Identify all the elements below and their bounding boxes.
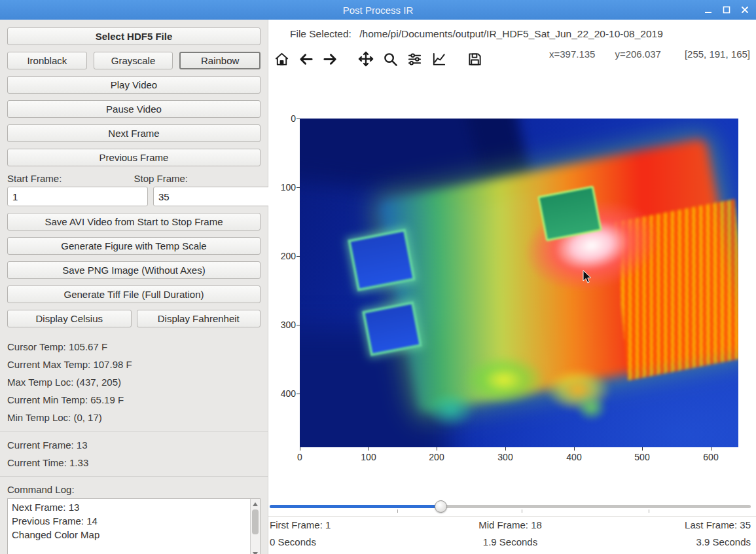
y-tick-label: 0 bbox=[270, 113, 296, 124]
x-tick-label: 200 bbox=[422, 452, 451, 462]
next-frame-button[interactable]: Next Frame bbox=[7, 124, 261, 142]
slider-handle[interactable] bbox=[435, 500, 447, 513]
thermal-green-spot bbox=[576, 395, 607, 421]
thermal-teal-spot bbox=[427, 392, 475, 428]
minimize-icon[interactable] bbox=[702, 4, 714, 16]
pixel-rgb-value: [255, 191, 165] bbox=[685, 48, 750, 60]
frame-labels-row: First Frame: 1 Mid Frame: 18 Last Frame:… bbox=[268, 516, 756, 534]
colormap-ironblack-button[interactable]: Ironblack bbox=[7, 52, 87, 69]
sidebar: Select HDF5 File Ironblack Grayscale Rai… bbox=[0, 20, 268, 554]
colormap-rainbow-button[interactable]: Rainbow bbox=[179, 52, 261, 69]
cursor-x-value: x=397.135 bbox=[549, 48, 595, 60]
log-line: Changed Color Map bbox=[12, 528, 247, 542]
configure-subplots-icon[interactable] bbox=[406, 50, 423, 67]
zoom-icon[interactable] bbox=[382, 50, 399, 67]
command-log-box[interactable]: Next Frame: 13 Previous Frame: 14 Change… bbox=[7, 498, 261, 554]
frame-labels-row: Start Frame: Stop Frame: bbox=[7, 173, 261, 184]
maximize-icon[interactable] bbox=[721, 4, 732, 16]
y-tick-mark bbox=[297, 394, 300, 394]
y-tick-mark bbox=[297, 256, 300, 257]
start-frame-label: Start Frame: bbox=[7, 173, 134, 184]
file-selected-row: File Selected: /home/pi/Documents/output… bbox=[290, 28, 663, 40]
display-celsius-button[interactable]: Display Celsius bbox=[7, 310, 132, 327]
y-tick-label: 300 bbox=[270, 320, 296, 330]
y-tick-label: 400 bbox=[270, 388, 296, 399]
cursor-coordinates: x=397.135 y=206.037 [255, 191, 165] bbox=[549, 48, 750, 60]
log-scrollbar[interactable] bbox=[250, 499, 260, 554]
units-button-row: Display Celsius Display Fahrenheit bbox=[7, 310, 261, 334]
last-frame-label: Last Frame: 35 bbox=[590, 517, 756, 534]
y-tick-mark bbox=[297, 187, 300, 188]
slider-fill bbox=[270, 505, 441, 508]
scroll-up-icon[interactable] bbox=[253, 502, 258, 506]
pause-video-button[interactable]: Pause Video bbox=[7, 100, 261, 118]
frame-slider[interactable] bbox=[270, 500, 751, 513]
save-png-button[interactable]: Save PNG Image (Without Axes) bbox=[7, 261, 261, 279]
display-fahrenheit-button[interactable]: Display Fahrenheit bbox=[137, 310, 261, 327]
thermal-image-canvas[interactable] bbox=[300, 119, 738, 447]
colormap-grayscale-button[interactable]: Grayscale bbox=[94, 52, 173, 69]
slider-mark bbox=[522, 509, 522, 513]
file-path: /home/pi/Documents/output/IR_HDF5_Sat_Ju… bbox=[359, 28, 663, 39]
window-title: Post Process IR bbox=[343, 5, 414, 16]
mid-frame-label: Mid Frame: 18 bbox=[430, 517, 590, 534]
window-controls bbox=[702, 0, 751, 20]
x-tick-mark bbox=[369, 447, 369, 451]
generate-figure-button[interactable]: Generate Figure with Temp Scale bbox=[7, 237, 261, 255]
home-icon[interactable] bbox=[273, 50, 290, 67]
back-icon[interactable] bbox=[297, 50, 314, 67]
x-tick-mark bbox=[437, 447, 437, 451]
play-video-button[interactable]: Play Video bbox=[7, 76, 261, 94]
close-icon[interactable] bbox=[739, 4, 751, 16]
x-tick-label: 400 bbox=[560, 452, 588, 462]
separator bbox=[0, 476, 268, 477]
separator bbox=[0, 431, 268, 432]
x-tick-label: 100 bbox=[354, 452, 383, 462]
cursor-y-value: y=206.037 bbox=[615, 48, 660, 60]
current-min-temp-readout: Current Min Temp: 65.19 F bbox=[7, 391, 261, 409]
min-temp-loc-readout: Min Temp Loc: (0, 17) bbox=[7, 409, 261, 426]
stop-frame-label: Stop Frame: bbox=[134, 173, 261, 184]
current-max-temp-readout: Current Max Temp: 107.98 F bbox=[7, 356, 261, 373]
main-area: File Selected: /home/pi/Documents/output… bbox=[268, 20, 756, 554]
y-tick-label: 100 bbox=[270, 182, 296, 193]
cursor-temp-readout: Cursor Temp: 105.67 F bbox=[7, 338, 261, 356]
y-tick-mark bbox=[297, 325, 300, 325]
x-tick-mark bbox=[574, 447, 575, 451]
y-tick-mark bbox=[297, 119, 300, 119]
log-line: Next Frame: 13 bbox=[12, 500, 247, 514]
x-tick-label: 300 bbox=[491, 452, 520, 462]
colormap-button-row: Ironblack Grayscale Rainbow bbox=[7, 52, 261, 76]
first-frame-label: First Frame: 1 bbox=[268, 517, 430, 534]
figure-options-icon[interactable] bbox=[430, 50, 447, 67]
slider-mark bbox=[649, 509, 649, 513]
x-tick-label: 500 bbox=[628, 452, 657, 462]
thermal-warm-blob-1 bbox=[462, 355, 545, 404]
x-tick-label: 600 bbox=[696, 452, 725, 462]
log-line: Previous Frame: 14 bbox=[12, 514, 247, 528]
max-temp-loc-readout: Max Temp Loc: (437, 205) bbox=[7, 373, 261, 391]
thermal-connector-1 bbox=[348, 229, 416, 291]
scroll-thumb[interactable] bbox=[252, 509, 259, 534]
x-tick-label: 0 bbox=[285, 452, 314, 462]
save-icon[interactable] bbox=[466, 50, 483, 67]
forward-icon[interactable] bbox=[321, 50, 338, 67]
frame-inputs-row bbox=[7, 187, 261, 206]
select-hdf5-file-button[interactable]: Select HDF5 File bbox=[7, 28, 261, 45]
matplotlib-toolbar bbox=[273, 50, 490, 67]
generate-tiff-button[interactable]: Generate Tiff File (Full Duration) bbox=[7, 286, 261, 303]
first-time-label: 0 Seconds bbox=[268, 534, 430, 551]
start-frame-input[interactable] bbox=[7, 187, 148, 206]
x-tick-mark bbox=[711, 447, 711, 451]
command-log-label: Command Log: bbox=[7, 481, 261, 498]
save-avi-button[interactable]: Save AVI Video from Start to Stop Frame bbox=[7, 213, 261, 231]
current-time-readout: Current Time: 1.33 bbox=[7, 454, 261, 471]
y-tick-label: 200 bbox=[270, 251, 296, 261]
current-frame-readout: Current Frame: 13 bbox=[7, 436, 261, 454]
previous-frame-button[interactable]: Previous Frame bbox=[7, 149, 261, 166]
time-labels-row: 0 Seconds 1.9 Seconds 3.9 Seconds bbox=[268, 534, 756, 551]
titlebar: Post Process IR bbox=[0, 0, 756, 20]
pan-icon[interactable] bbox=[357, 50, 374, 67]
x-tick-mark bbox=[505, 447, 506, 451]
x-tick-mark bbox=[300, 447, 300, 451]
